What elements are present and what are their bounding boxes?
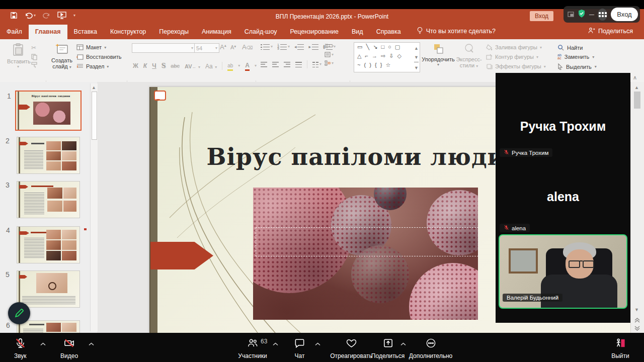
shapes-scroll-up-icon[interactable]: ▲ <box>414 43 419 52</box>
share-button-top[interactable]: Поделиться <box>588 27 633 39</box>
tellme-box[interactable]: Что вы хотите сделать? <box>417 27 496 39</box>
next-slide-button[interactable] <box>634 324 640 333</box>
align-left-button[interactable] <box>261 62 267 67</box>
participants-chevron[interactable] <box>273 341 278 347</box>
decrease-indent-button[interactable]: ◂ <box>294 44 304 50</box>
new-slide-button[interactable]: Создать слайд ▾ <box>50 43 73 69</box>
tab-insert[interactable]: Вставка <box>67 25 104 39</box>
shapes-gallery[interactable]: ▭ ╲ ↘ □ ○ ▢ △ ⌐ → ⇨ ⇩ ◇ ~ ( ) { } ☆ ▲ ▼ … <box>354 42 420 72</box>
align-text-button[interactable]: ▾ <box>325 52 334 57</box>
shrink-font-button[interactable]: A▾ <box>230 44 236 50</box>
grow-font-button[interactable]: A▴ <box>220 43 226 51</box>
react-button[interactable]: Отреагировать <box>326 337 376 359</box>
clear-formatting-button[interactable]: A⌫ <box>242 43 253 51</box>
slide-thumbnail-3[interactable] <box>17 181 80 218</box>
tab-design[interactable]: Конструктор <box>104 25 152 39</box>
keyboard-grid-icon[interactable] <box>598 9 607 21</box>
change-case-button[interactable]: Aa ▾ <box>205 61 217 70</box>
audio-button[interactable]: Звук <box>14 337 27 359</box>
increase-indent-button[interactable]: ▸ <box>308 44 318 50</box>
align-right-button[interactable] <box>284 62 290 67</box>
numbering-button[interactable]: 123▾ <box>277 44 290 50</box>
format-painter-icon[interactable] <box>31 61 38 70</box>
tab-review[interactable]: Рецензирование <box>283 25 345 39</box>
shape-fill-button[interactable]: Заливка фигуры▾ <box>486 44 542 50</box>
underline-button[interactable]: Ч <box>152 62 156 69</box>
thumbnail-scrollbar[interactable]: ▲ <box>90 83 98 331</box>
justify-button[interactable] <box>295 62 302 67</box>
more-button[interactable]: Дополнительно <box>407 337 455 359</box>
font-color-button[interactable]: А <box>245 60 250 71</box>
align-center-button[interactable] <box>272 62 279 67</box>
paste-button[interactable]: Вставить ▾ <box>7 43 29 69</box>
thumb-scroll-up-icon[interactable]: ▲ <box>92 85 96 90</box>
thumb-scrollbar-thumb[interactable] <box>92 92 97 140</box>
leave-meeting-button[interactable]: Выйти <box>608 337 633 359</box>
security-shield-icon[interactable] <box>578 9 586 20</box>
shapes-more-icon[interactable]: ▼ <box>414 62 419 71</box>
tab-transitions[interactable]: Переходы <box>152 25 195 39</box>
undo-icon[interactable]: ▾ <box>25 12 36 19</box>
strikethrough-button[interactable]: abc <box>171 63 180 69</box>
participant-tile-2[interactable]: alena alena <box>496 157 630 233</box>
find-button[interactable]: Найти <box>557 44 583 51</box>
text-shadow-button[interactable]: S <box>162 62 166 69</box>
shape-outline-button[interactable]: Контур фигуры▾ <box>486 54 538 60</box>
bold-button[interactable]: Ж <box>133 62 138 69</box>
scroll-up-icon[interactable]: ▲ <box>634 85 639 90</box>
chat-chevron[interactable] <box>315 341 320 347</box>
text-direction-button[interactable]: ▾ <box>325 43 334 49</box>
start-slideshow-icon[interactable] <box>57 12 66 19</box>
tab-file[interactable]: Файл <box>0 25 29 39</box>
reset-slide-button[interactable]: Восстановить <box>76 54 121 60</box>
subtitle-placeholder[interactable] <box>256 227 478 256</box>
shapes-scroll-down-icon[interactable]: ▼ <box>414 52 419 61</box>
share-chevron[interactable] <box>400 341 406 347</box>
slide-thumbnail-2[interactable] <box>17 137 80 174</box>
slide-thumbnail-1[interactable]: Вірус папіломи людини <box>15 90 82 131</box>
cut-icon[interactable]: ✂ <box>31 44 36 51</box>
chat-button[interactable]: Чат <box>294 337 305 359</box>
participant-tile-1[interactable]: Ручка Трохим Ручка Трохим <box>496 73 630 156</box>
slide-thumbnail-4[interactable] <box>17 226 80 263</box>
main-scrollbar-thumb[interactable] <box>634 92 640 109</box>
tab-view[interactable]: Вид <box>345 25 370 39</box>
participants-button[interactable]: 63 Участники <box>234 337 271 359</box>
replace-button[interactable]: abac Заменить▾ <box>557 54 594 60</box>
layout-button[interactable]: Макет▾ <box>76 44 106 50</box>
character-spacing-button[interactable]: AV↔ ▾ <box>185 61 200 70</box>
video-button[interactable]: Видео <box>60 337 78 359</box>
tab-slideshow[interactable]: Слайд-шоу <box>238 25 284 39</box>
comment-bubble-icon[interactable] <box>154 90 166 101</box>
meeting-signin-button[interactable]: Вход <box>611 8 638 21</box>
minimize-icon[interactable]: — <box>589 12 594 17</box>
shape-effects-button[interactable]: Эффекты фигуры▾ <box>486 63 546 69</box>
columns-button[interactable]: ▾ <box>312 62 321 67</box>
select-button[interactable]: Выделить▾ <box>557 63 597 70</box>
audio-chevron[interactable] <box>40 341 46 347</box>
office-signin-button[interactable]: Вход <box>530 11 553 21</box>
save-icon[interactable] <box>10 12 18 19</box>
quick-styles-button[interactable]: Экспресс- стили ▾ <box>456 43 482 68</box>
bullets-button[interactable]: ▾ <box>261 44 273 50</box>
highlight-color-button[interactable]: ab <box>227 60 233 71</box>
annotation-pencil-button[interactable] <box>8 302 30 324</box>
scroll-down-icon[interactable]: ▼ <box>634 307 639 312</box>
italic-button[interactable]: К <box>143 62 147 69</box>
arrange-button[interactable]: Упорядочить ▾ <box>422 43 455 67</box>
tab-animation[interactable]: Анимация <box>195 25 238 39</box>
redo-icon[interactable] <box>43 12 50 19</box>
smartart-button[interactable]: ▾ <box>325 60 334 66</box>
font-size-combobox[interactable]: 54▾ <box>194 43 219 53</box>
tab-help[interactable]: Справка <box>370 25 408 39</box>
pip-icon[interactable] <box>568 10 574 19</box>
participant-video-tile[interactable]: Валерій Будьонний <box>499 234 627 309</box>
font-name-combobox[interactable]: ▾ <box>132 43 195 53</box>
qat-customize-icon[interactable]: ▾ <box>73 13 75 18</box>
video-chevron[interactable] <box>89 341 94 347</box>
section-button[interactable]: Раздел▾ <box>76 63 109 69</box>
slide-thumbnail-5[interactable] <box>17 270 80 308</box>
slide-title-text[interactable]: Вірус папіломи людини <box>200 143 547 170</box>
collapse-ribbon-icon[interactable]: ∧ <box>633 74 637 81</box>
tab-home[interactable]: Главная <box>29 25 67 39</box>
